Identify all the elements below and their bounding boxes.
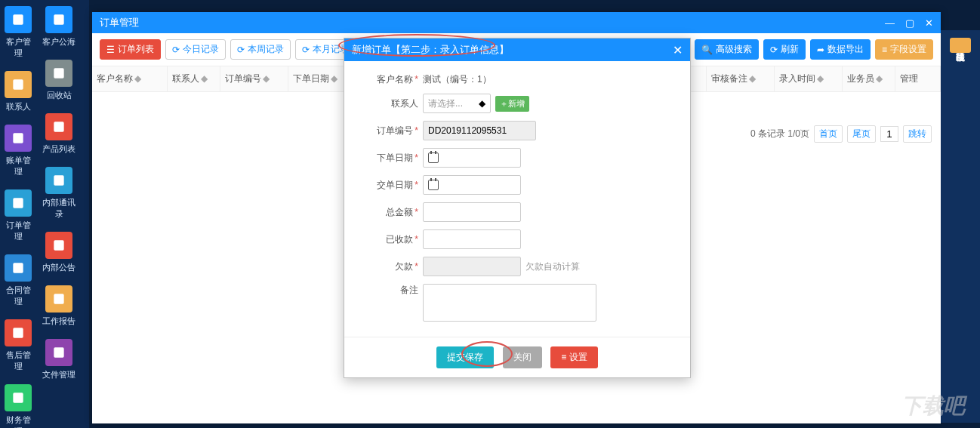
aftersale-mgmt-icon [5,319,32,346]
fields-button[interactable]: ≡ 字段设置 [875,39,933,60]
modal-title: 新增订单【第二步：录入订单信息】 [352,43,673,57]
orderno-field [423,121,536,140]
week-tab[interactable]: ⟳ 本周记录 [230,39,291,60]
work-report-icon [45,285,72,313]
svg-rect-5 [13,328,23,337]
pager-last[interactable]: 尾页 [847,125,876,143]
add-contact-button[interactable]: ＋新增 [495,96,529,112]
svg-rect-6 [13,393,23,402]
sidebar-item-product-list[interactable]: 产品列表 [36,107,82,161]
delivdate-field[interactable] [423,175,521,195]
svg-rect-11 [54,240,63,250]
sidebar-item-internal-contacts[interactable]: 内部通讯录 [36,161,82,226]
settings-button[interactable]: ≡ 设置 [550,346,597,368]
modal-footer: 提交保存 关闭 ≡ 设置 [344,337,690,377]
sidebar-secondary: 客户公海回收站产品列表内部通讯录内部公告工作报告文件管理 [36,0,89,428]
sidebar-item-finance-mgmt[interactable]: 财务管理 [0,378,36,428]
svg-rect-13 [54,347,63,357]
customer-sea-icon [45,6,72,33]
pager-info: 0 条记录 1/0页 [750,128,809,140]
customer-value: 测试（编号：1） [423,73,492,86]
sidebar-item-file-mgmt[interactable]: 文件管理 [36,333,82,386]
sidebar-item-contacts[interactable]: 联系人 [0,65,36,119]
pager-first[interactable]: 首页 [814,125,843,143]
sidebar-item-bill-mgmt[interactable]: 账单管理 [0,119,36,183]
close-button[interactable]: 关闭 [503,346,542,368]
add-order-modal: 新增订单【第二步：录入订单信息】 ✕ 客户名称* 测试（编号：1） 联系人 请选… [344,38,691,378]
col-customer[interactable]: 客户名称◆ [92,66,168,91]
owed-field [423,257,521,276]
pager-page-input[interactable] [880,126,898,142]
export-button[interactable]: ➦ 数据导出 [810,39,871,60]
col-manage: 管理 [895,66,941,91]
window-title: 订单管理 [100,16,885,29]
svg-rect-7 [54,14,63,24]
svg-rect-9 [54,122,63,131]
label-received: 已收款 [386,234,413,245]
calendar-icon [428,152,439,163]
svg-rect-10 [54,175,63,185]
window-min-icon[interactable]: — [885,17,895,29]
label-customer: 客户名称 [377,74,413,85]
sidebar-item-customer-sea[interactable]: 客户公海 [36,0,82,54]
submit-button[interactable]: 提交保存 [436,346,494,368]
internal-notice-icon [45,232,72,259]
sidebar-main: 客户管理联系人账单管理订单管理合同管理售后管理财务管理 [0,0,36,428]
finance-mgmt-icon [5,384,32,411]
owed-hint: 欠款自动计算 [525,260,580,273]
contact-select[interactable]: 请选择...◆ [423,94,491,113]
file-mgmt-icon [45,339,72,366]
window-titlebar: 订单管理 — ▢ ✕ [92,12,941,33]
received-field[interactable] [423,229,521,249]
svg-rect-4 [13,263,23,273]
adv-search-button[interactable]: 🔍 高级搜索 [695,39,759,60]
svg-rect-0 [13,14,23,24]
sidebar-item-customer-mgmt[interactable]: 客户管理 [0,0,36,65]
watermark: 下载吧 [901,392,965,420]
svg-rect-12 [54,294,63,303]
modal-close-icon[interactable]: ✕ [673,43,683,57]
bill-mgmt-icon [5,125,32,152]
contract-mgmt-icon [5,254,32,282]
col-salesman[interactable]: 业务员◆ [843,66,895,91]
label-total: 总金额 [386,207,413,217]
sidebar-item-contract-mgmt[interactable]: 合同管理 [0,248,36,313]
customer-mgmt-icon [5,6,32,33]
svg-rect-3 [13,198,23,208]
sidebar-item-aftersale-mgmt[interactable]: 售后管理 [0,313,36,378]
col-contact[interactable]: 联系人◆ [168,66,220,91]
internal-contacts-icon [45,167,72,194]
svg-rect-2 [13,133,23,143]
right-panel: 生成项目移转 [941,30,980,423]
window-close-icon[interactable]: ✕ [925,17,933,29]
sidebar-item-internal-notice[interactable]: 内部公告 [36,226,82,279]
sidebar-item-recycle[interactable]: 回收站 [36,54,82,107]
label-delivdate: 交单日期 [377,180,413,190]
total-field[interactable] [423,202,521,222]
order-mgmt-icon [5,189,32,217]
window-max-icon[interactable]: ▢ [905,17,914,29]
contacts-icon [5,71,32,98]
pager: 0 条记录 1/0页 首页 尾页 跳转 [750,125,932,143]
refresh-button[interactable]: ⟳ 刷新 [763,39,806,60]
modal-header: 新增订单【第二步：录入订单信息】 ✕ [344,38,690,61]
sidebar-item-order-mgmt[interactable]: 订单管理 [0,183,36,248]
product-list-icon [45,113,72,140]
label-contact: 联系人 [391,98,418,109]
project-transfer-button[interactable]: 生成项目移转 [950,38,971,53]
calendar-icon [428,180,439,190]
pager-jump[interactable]: 跳转 [903,125,932,143]
svg-rect-8 [54,68,63,78]
today-tab[interactable]: ⟳ 今日记录 [165,39,226,60]
remark-field[interactable] [423,284,596,322]
sidebar-item-work-report[interactable]: 工作报告 [36,279,82,333]
col-audit[interactable]: 审核备注◆ [707,66,775,91]
orderdate-field[interactable] [423,148,521,168]
col-entrytime[interactable]: 录入时间◆ [775,66,843,91]
label-orderdate: 下单日期 [377,152,413,163]
order-list-tab[interactable]: ☰ 订单列表 [100,39,161,60]
label-orderno: 订单编号 [377,125,413,136]
recycle-icon [45,60,72,87]
col-orderno[interactable]: 订单编号◆ [220,66,288,91]
label-remark: 备注 [400,285,418,295]
